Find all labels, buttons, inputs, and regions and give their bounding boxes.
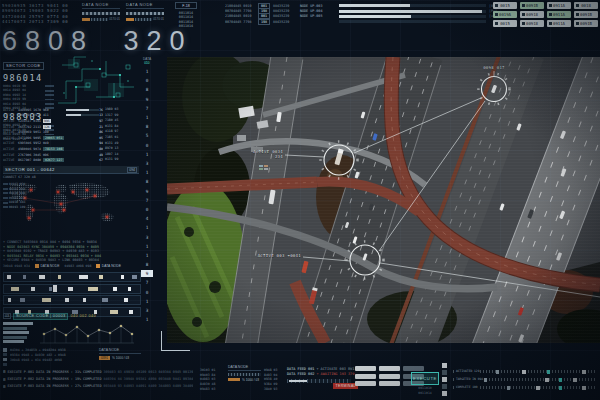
- mini-column-header: F-18: [175, 2, 197, 9]
- mini-row: 3840 93: [264, 387, 290, 392]
- execute-status-rows: ⊠ EXECUTE P-001 DATA IN PROGRESS : 31% C…: [3, 368, 233, 390]
- data-feed-row[interactable]: DATA FEED 002 + AWAITING 193 379: [287, 371, 353, 376]
- node-serial: 21004845 0019: [225, 14, 255, 18]
- sequencer-header: 30948 0948 034 DATA NODE 04983 4098 098 …: [3, 264, 141, 268]
- vertical-digit: 0: [141, 76, 153, 85]
- node-id: 88435239: [273, 20, 297, 24]
- vertical-digit: 8: [141, 177, 153, 186]
- seq-block: [113, 287, 117, 291]
- segmented-bar: [287, 379, 351, 383]
- seq-block: [79, 275, 88, 279]
- map-badge: 094: [127, 167, 137, 173]
- status-pill: 0091B: [520, 2, 544, 9]
- execute-button[interactable]: EXECUTE: [411, 372, 439, 385]
- strip-label: COMPLETE 100: [455, 385, 479, 389]
- node-serial: 21004845 0019: [225, 4, 255, 8]
- source-constellation-chart: [36, 322, 136, 346]
- seq-block: [99, 275, 103, 279]
- sequencer-header-numbers: 30948 0948 034: [3, 264, 30, 268]
- data-node-value: 0170 01: [109, 17, 120, 21]
- data-node-mini: DATA NODE 0170 01: [126, 2, 164, 21]
- data-node-mini: DATA NODE 0170 01: [82, 2, 120, 21]
- vertical-digit: 0: [141, 205, 153, 214]
- data-node-label: DATA NODE: [96, 264, 121, 268]
- node-id: 88435239: [273, 4, 297, 8]
- source-code-panel: 03 SOURCE CODE | 00003 040 002 040: [3, 312, 141, 346]
- seq-block: [132, 275, 137, 279]
- seq-block: [68, 287, 73, 291]
- source-bars: [3, 322, 33, 346]
- data-feed-list: DATA FEED 001 + ACTIVATE 003 891 DATA FE…: [287, 366, 353, 377]
- execute-row: ⊠ EXECUTE P-002 DATA IN PROGRESS : 19% C…: [3, 375, 233, 382]
- node-label: NODE UP-003: [300, 4, 336, 8]
- status-pill: 0015: [493, 2, 517, 9]
- vertical-digit: 7: [141, 104, 153, 113]
- seq-block: [53, 285, 57, 292]
- seq-block: [58, 275, 61, 279]
- node-label: NODE UP-004: [300, 9, 336, 13]
- seq-block: [121, 275, 124, 279]
- node-progress-bar: [339, 4, 486, 7]
- vertical-digit: 1: [141, 113, 153, 122]
- top-data-nodes: DATA NODE 0170 01 DATA NODE 0170 01: [82, 2, 164, 21]
- active-progress-bars: [66, 109, 99, 120]
- seq-block: [88, 287, 98, 291]
- binary-strip-row: ACTIVATED 129: [453, 369, 596, 374]
- highlight-chip: 995: [43, 119, 51, 123]
- vertical-digit: 3: [141, 233, 153, 242]
- data-node-label: DATA NODE: [35, 264, 60, 268]
- status-pill: 0019A: [493, 11, 517, 18]
- circle-c-label: ACTIVE 003 +0041: [258, 253, 302, 258]
- map-subtitle: CONNECT 67 320 48: [3, 175, 139, 179]
- bar-chip: 02677 127: [43, 158, 64, 162]
- aerial-surveillance-view: ACTIVE 0034 234 0098 017 ACTIVE 003 +004…: [167, 57, 600, 343]
- status-pill: 0015: [493, 20, 517, 27]
- node-id: 88435239: [273, 14, 297, 18]
- lower-value: % 1000 / 03: [112, 356, 129, 360]
- status-pill: 0911A: [547, 20, 571, 27]
- orange-badge: 0391: [99, 356, 110, 361]
- status-pill: 0911A: [547, 11, 571, 18]
- vertical-digit: 1: [141, 297, 153, 306]
- node-label: NODE UP-005: [300, 14, 336, 18]
- sector-map-panel: SECTOR 001 - 00642 094 CONNECT 67 320 48…: [3, 166, 139, 232]
- vertical-digit: 8: [141, 122, 153, 131]
- status-pill: 0091B: [574, 11, 598, 18]
- vertical-digit: 1: [141, 315, 153, 324]
- vertical-digit: 1: [141, 67, 153, 76]
- seq-block: [8, 298, 11, 302]
- execute-row: ⊠ EXECUTE P-001 DATA IN PROGRESS : 31% C…: [3, 368, 233, 375]
- strip-label: TARGETED IN 094: [455, 377, 484, 381]
- vertical-digits: DATA 010 1089718501318970413118970131: [141, 57, 153, 324]
- vertical-digit: 4: [141, 214, 153, 223]
- node-status-block: 21004845 0019 001 88435239 NODE UP-003 […: [225, 3, 497, 25]
- node-serial: 00704845 7798: [225, 20, 255, 24]
- vertical-digit: 1: [141, 251, 153, 260]
- sequencer-track: [3, 284, 141, 294]
- vertical-digit: 1: [141, 223, 153, 232]
- vertical-digit: 9: [141, 187, 153, 196]
- vertical-digit: 7: [141, 278, 153, 287]
- highlight-chip: 126: [43, 125, 51, 129]
- seq-block: [49, 287, 52, 291]
- data-node-label: DATA NODE: [126, 2, 164, 9]
- bottom-mini-column-a: 30103 0109403 8404983 0384930 4809483 03: [200, 368, 226, 392]
- square-strip: [442, 363, 447, 398]
- execute-sub-row: 0011010: [411, 386, 439, 390]
- vertical-digit: 8: [141, 260, 153, 269]
- status-pill: 0018: [574, 2, 598, 9]
- binary-strips: ACTIVATED 129 TARGETED IN 094 COMPLETE 1…: [453, 369, 596, 393]
- data-feed-row[interactable]: DATA FEED 001 + ACTIVATE 003 891: [287, 366, 353, 371]
- seq-block: [20, 298, 25, 302]
- bottom-data-node: DATA NODE % 1000 / 03: [228, 365, 261, 382]
- corner-bracket: [161, 331, 190, 351]
- seq-block: [11, 287, 19, 291]
- status-pill: 0091B: [574, 20, 598, 27]
- seq-block: [39, 275, 45, 279]
- vertical-digit: 7: [141, 196, 153, 205]
- vertical-sub: 010: [141, 61, 153, 65]
- binary-strip-row: COMPLETE 100: [453, 385, 596, 390]
- seq-block: [65, 298, 69, 302]
- terminal-log: + CONNECT 5493048 0914 884 + 0494 5934 +…: [3, 240, 141, 263]
- node-value: % 1000 / 03: [242, 378, 259, 382]
